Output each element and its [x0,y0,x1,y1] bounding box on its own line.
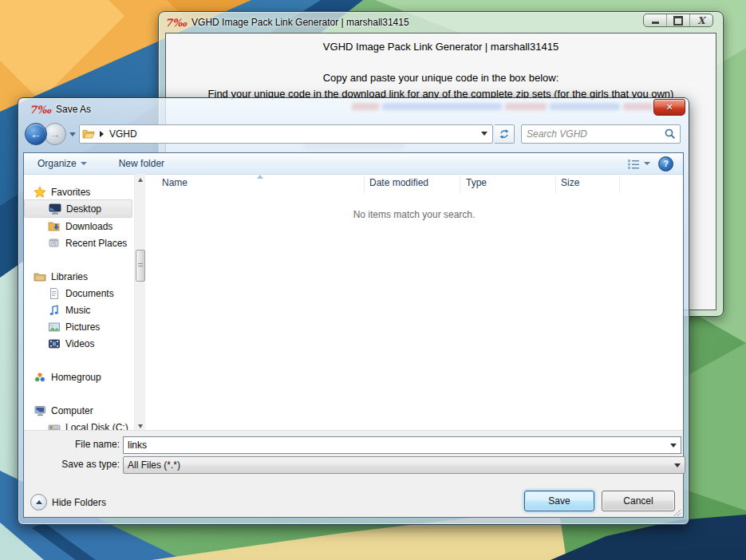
file-name-combobox[interactable] [123,436,681,454]
cancel-button[interactable]: Cancel [602,491,675,511]
file-list-header: Name Date modified Type Size [145,174,683,193]
save-as-type-dropdown[interactable]: All Files (*.*) [123,456,685,474]
desktop-icon [49,203,61,215]
column-header-size[interactable]: Size [561,177,579,188]
chevron-down-icon[interactable] [670,444,677,448]
sidebar-group-label: Favorites [51,187,90,198]
sidebar-item-label: Downloads [65,221,112,232]
dialog-icon: 7‰ [30,104,51,116]
triangle-up-icon [138,178,143,182]
breadcrumb[interactable]: VGHD [79,124,493,144]
column-divider[interactable] [619,174,620,193]
sidebar-scrollbar[interactable] [134,174,145,432]
cancel-label: Cancel [623,495,653,507]
computer-icon [34,404,46,417]
recent-places-icon [48,237,61,250]
libraries-icon [34,270,46,283]
chevron-down-icon[interactable] [674,463,681,467]
organize-label: Organize [37,158,77,169]
column-header-type[interactable]: Type [466,177,487,188]
sidebar-group-homegroup[interactable]: Homegroup [24,369,132,385]
search-icon [664,128,677,140]
search-box[interactable] [521,124,681,144]
save-as-dialog: 7‰ Save As ✕ ← → VGHD [18,97,689,525]
sidebar-item-label: Recent Places [65,238,127,249]
save-button[interactable]: Save [524,491,594,511]
sidebar-group-label: Homegroup [51,372,101,383]
views-button[interactable] [627,159,650,169]
scroll-up-button[interactable] [135,174,145,186]
file-save-panel: File name: Save as type: All Files (*.*)… [24,430,683,517]
close-icon: X [697,16,705,26]
app-window-controls: X [643,14,713,27]
sidebar-item-recent-places[interactable]: Recent Places [24,235,132,251]
history-dropdown-icon[interactable] [69,132,76,136]
scrollbar-thumb[interactable] [136,250,145,282]
browse-content: Favorites Desktop Down [24,174,683,432]
close-button[interactable]: X [689,14,712,26]
chevron-down-icon [644,162,650,165]
homegroup-icon [34,371,46,384]
empty-folder-message: No items match your search. [145,209,683,220]
new-folder-button[interactable]: New folder [119,158,164,169]
sidebar-item-videos[interactable]: Videos [24,335,132,352]
pictures-icon [48,321,61,333]
sidebar-item-pictures[interactable]: Pictures [24,318,132,335]
refresh-icon [499,128,510,140]
sidebar-item-downloads[interactable]: Downloads [24,218,132,235]
hide-folders-label: Hide Folders [52,497,106,508]
back-button[interactable]: ← [25,123,47,145]
column-divider[interactable] [460,174,460,193]
maximize-icon [673,16,683,26]
minimize-icon [652,22,659,24]
forward-button[interactable]: → [44,123,66,145]
help-button[interactable]: ? [658,156,673,172]
hide-folders-button[interactable]: Hide Folders [30,494,106,511]
help-icon: ? [663,159,669,168]
views-icon [627,159,640,169]
column-header-date-modified[interactable]: Date modified [369,177,428,188]
sidebar-item-label: Documents [65,288,114,299]
column-divider[interactable] [555,174,556,193]
sort-ascending-icon [257,175,263,179]
sidebar-item-music[interactable]: Music [24,302,132,318]
sidebar-group-libraries[interactable]: Libraries [24,268,132,285]
app-heading: VGHD Image Pack Link Generator | marshal… [166,41,716,53]
documents-icon [48,287,61,300]
app-instruction-1: Copy and paste your unique code in the b… [166,72,716,84]
toolbar-right-icons: ? [627,153,673,174]
sidebar-item-label: Pictures [65,321,100,333]
sidebar-item-documents[interactable]: Documents [24,285,132,302]
address-bar: ← → VGHD [18,120,689,148]
dialog-close-button[interactable]: ✕ [653,99,685,116]
app-window-titlebar[interactable]: 7‰ VGHD Image Pack Link Generator | mars… [159,12,723,33]
sidebar-item-label: Desktop [66,203,101,215]
dialog-title: Save As [56,104,91,115]
sidebar-group-favorites[interactable]: Favorites [24,183,132,200]
save-as-type-label: Save as type: [24,459,120,470]
sidebar-group-computer[interactable]: Computer [24,402,132,419]
address-dropdown-icon[interactable] [481,132,487,136]
scrollbar-grip [138,263,143,268]
search-input[interactable] [522,128,661,140]
sidebar-item-label: Music [65,305,90,316]
triangle-down-icon [138,424,143,428]
column-divider[interactable] [364,174,365,193]
maximize-button[interactable] [666,14,689,26]
breadcrumb-path[interactable]: VGHD [109,128,137,140]
chevron-down-icon [81,162,87,165]
minimize-button[interactable] [644,14,666,26]
collapse-circle [30,494,47,511]
music-icon [48,304,61,317]
command-toolbar: Organize New folder ? [24,153,683,175]
dialog-titlebar[interactable]: 7‰ Save As [18,98,689,120]
sidebar-item-desktop[interactable]: Desktop [24,199,132,218]
app-icon: 7‰ [165,17,187,29]
sidebar-group-label: Libraries [51,271,88,282]
file-name-input[interactable] [124,439,656,452]
app-window-title: VGHD Image Pack Link Generator | marshal… [191,17,409,28]
refresh-button[interactable] [495,124,515,144]
column-header-name[interactable]: Name [162,177,187,188]
organize-menu[interactable]: Organize [37,158,87,169]
downloads-icon [48,220,61,233]
